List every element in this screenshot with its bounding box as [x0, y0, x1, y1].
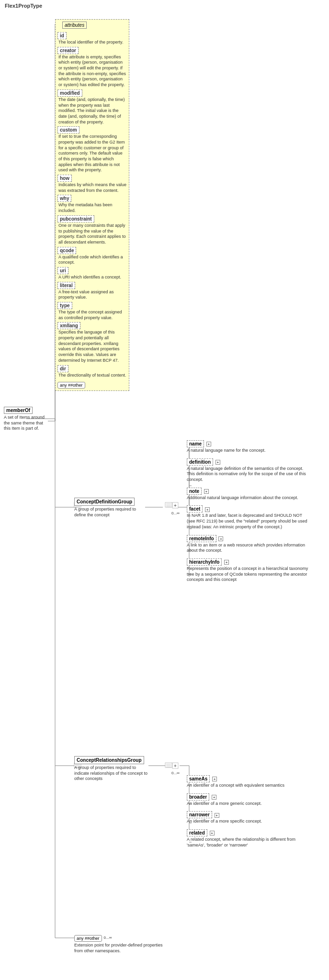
attr-name: pubconstraint [57, 215, 94, 223]
attr-item-type: typeThe type of the concept assigned as … [57, 302, 127, 321]
right-item-name: facet [187, 505, 203, 512]
right-item-desc: A link to an item or a web resource whic… [187, 543, 311, 554]
right-items-list: name + A natural language name for the c… [187, 440, 311, 583]
right-item-name2: sameAs [187, 775, 210, 782]
right-item-name: name [187, 440, 204, 447]
attr-item-uri: uriA URI which identifies a concept. [57, 267, 127, 280]
attr-item-pubconstraint: pubconstraintOne or many constraints tha… [57, 215, 127, 245]
attr-desc: A URI which identifies a concept. [57, 275, 127, 280]
right-item-definition: definition + A natural language definiti… [187, 458, 311, 483]
attr-desc: Why the metadata has been included. [57, 202, 127, 213]
right-item-facet: facet + In NAR 1.8 and later, facet is d… [187, 505, 311, 530]
attr-name: uri [57, 267, 68, 274]
right-elements-definition: name + A natural language name for the c… [187, 440, 311, 588]
attr-desc: A free-text value assigned as property v… [57, 290, 127, 301]
svg-text:0...∞: 0...∞ [171, 511, 180, 515]
right-items-list2: sameAs + An identifier of a concept with… [187, 775, 311, 848]
right-item-desc: A natural language name for the concept. [187, 448, 311, 454]
attr-desc: The local identifier of the property. [57, 40, 127, 45]
any-other-label: any ##other [57, 382, 85, 389]
right-item-name: definition [187, 458, 213, 466]
svg-rect-35 [172, 502, 178, 508]
right-item2-sameAs: sameAs + An identifier of a concept with… [187, 775, 311, 789]
attr-item-how: howIndicates by which means the value wa… [57, 175, 127, 193]
attr-name: how [57, 175, 72, 182]
expand-icon[interactable]: + [206, 442, 211, 446]
right-item-name2: narrower [187, 811, 212, 818]
expand-icon[interactable]: + [216, 460, 220, 465]
attr-desc: One or many constraints that apply to pu… [57, 223, 127, 245]
expand-icon[interactable]: + [224, 560, 229, 565]
expand-icon2[interactable]: + [215, 813, 219, 818]
right-item-desc: In NAR 1.8 and later, facet is deprecate… [187, 513, 311, 530]
attr-item-dir: dirThe directionality of textual content… [57, 365, 127, 379]
svg-rect-31 [165, 502, 172, 507]
attr-item-id: idThe local identifier of the property. [57, 32, 127, 45]
concept-def-group-desc: A group of properties required to define… [74, 507, 144, 518]
attributes-container: attributes idThe local identifier of the… [55, 19, 129, 391]
attr-item-xmllang: xmllangSpecifies the language of this pr… [57, 322, 127, 363]
expand-icon2[interactable]: + [212, 777, 217, 781]
right-item-name: hierarchyInfo [187, 558, 222, 566]
member-of-box: memberOf A set of Items around the same … [4, 407, 47, 432]
member-of-name: memberOf [4, 407, 33, 414]
right-item2-broader: broader + An identifier of a more generi… [187, 793, 311, 807]
right-item-hierarchyInfo: hierarchyInfo + Represents the position … [187, 558, 311, 583]
expand-icon[interactable]: + [218, 536, 223, 541]
attr-item-why: whyWhy the metadata has been included. [57, 195, 127, 213]
any-other-bottom-label: any ##other [74, 935, 102, 942]
attr-item-literal: literalA free-text value assigned as pro… [57, 282, 127, 301]
attr-desc: If the attribute is empty, specifies whi… [57, 55, 127, 88]
expand-icon2[interactable]: + [210, 831, 215, 835]
attr-desc: The type of the concept assigned as cont… [57, 310, 127, 321]
svg-text:0...∞: 0...∞ [171, 771, 180, 775]
right-elements-relationships: sameAs + An identifier of a concept with… [187, 775, 311, 853]
concept-rel-group-name: ConceptRelationshipsGroup [74, 756, 144, 764]
attr-name: dir [57, 365, 68, 372]
expand-icon2[interactable]: + [212, 795, 216, 800]
member-of-desc: A set of Items around the same theme tha… [4, 415, 47, 432]
attr-name: creator [57, 47, 79, 54]
right-item-desc2: An identifier of a more specific concept… [187, 819, 311, 824]
right-item2-related: related + A related concept, where the r… [187, 829, 311, 848]
attr-item-modified: modifiedThe date (and, optionally, the t… [57, 89, 127, 125]
expand-icon[interactable]: + [204, 489, 209, 494]
any-other-bottom-desc: Extension point for provider-defined pro… [74, 943, 170, 954]
right-item-name: note [187, 488, 202, 495]
attr-desc: A qualified code which identifies a conc… [57, 255, 127, 266]
svg-text:+: + [174, 503, 177, 508]
right-item-desc: Represents the position of a concept in … [187, 566, 311, 583]
attr-name: modified [57, 89, 82, 97]
right-item-desc2: An identifier of a more generic concept. [187, 801, 311, 807]
right-item-name2: broader [187, 793, 209, 801]
right-item2-narrower: narrower + An identifier of a more speci… [187, 811, 311, 824]
svg-rect-46 [172, 763, 178, 768]
attr-name: qcode [57, 247, 76, 254]
right-item-desc2: An identifier of a concept with equivale… [187, 783, 311, 789]
right-item-desc2: A related concept, where the relationshi… [187, 837, 311, 848]
attr-desc: The date (and, optionally, the time) whe… [57, 97, 127, 125]
svg-text:+: + [174, 763, 177, 768]
any-other-bottom-container: any ##other 0...∞ Extension point for pr… [74, 933, 170, 954]
attr-item-creator: creatorIf the attribute is empty, specif… [57, 47, 127, 88]
attr-item-qcode: qcodeA qualified code which identifies a… [57, 247, 127, 266]
attr-name: literal [57, 282, 75, 289]
right-item-remoteInfo: remoteInfo + A link to an item or a web … [187, 535, 311, 554]
right-item-name: remoteInfo [187, 535, 216, 542]
right-item-desc: Additional natural language information … [187, 495, 311, 501]
attr-desc: The directionality of textual content. [57, 373, 127, 379]
attributes-list: idThe local identifier of the property.c… [57, 32, 127, 378]
attr-desc: Specifies the language of this property … [57, 330, 127, 363]
attr-name: why [57, 195, 71, 202]
expand-icon[interactable]: + [205, 507, 210, 512]
any-other-multiplicity: 0...∞ [104, 935, 112, 940]
attr-desc: If set to true the corresponding propert… [57, 134, 127, 173]
page-title: Flex1PropType [0, 0, 329, 10]
diagram: + 0...∞ + 0...∞ attributes i [0, 10, 329, 980]
attr-item-custom: customIf set to true the corresponding p… [57, 126, 127, 173]
concept-definition-group: ConceptDefinitionGroup A group of proper… [74, 498, 144, 518]
attr-name: type [57, 302, 72, 309]
attr-desc: Indicates by which means the value was e… [57, 182, 127, 193]
attr-name: id [57, 32, 67, 39]
svg-rect-42 [165, 763, 172, 768]
